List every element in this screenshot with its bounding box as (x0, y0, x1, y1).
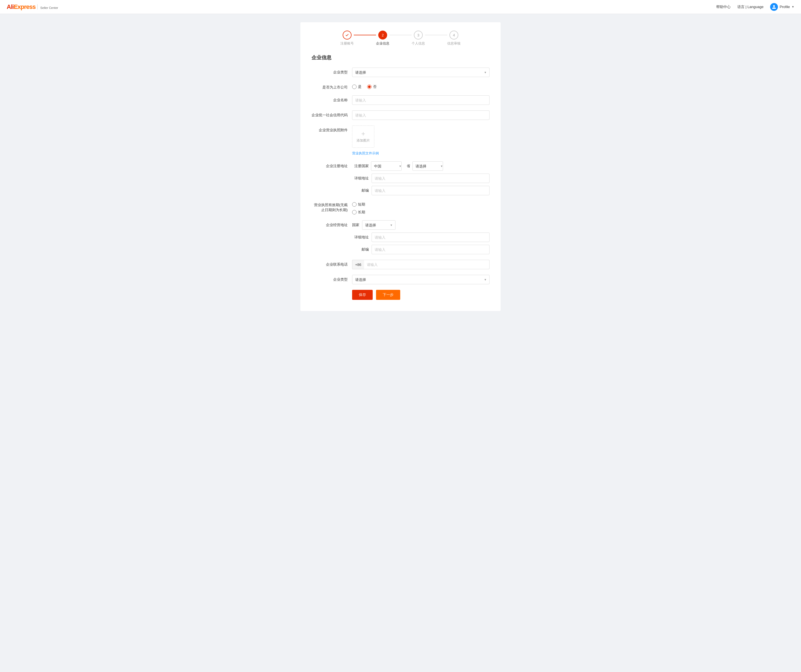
reg-country-select[interactable]: 中国 (371, 161, 402, 171)
header: AliExpress Seller Center 帮助中心 语言 | Langu… (0, 0, 801, 14)
main-content: 注册账号 2 企业信息 3 个人信息 4 信息审核 企业信息 (0, 14, 801, 319)
validity-long-radio[interactable] (352, 210, 357, 214)
profile-chevron-icon: ▼ (791, 5, 794, 8)
biz-country-select[interactable]: 请选择 (362, 220, 396, 230)
step-2: 2 企业信息 (376, 31, 389, 46)
enterprise-type-label: 企业类型 (312, 68, 347, 75)
biz-country-label: 国家 (352, 222, 359, 228)
validity-short-label: 短期 (358, 202, 365, 207)
biz-addr-control: 国家 请选择 ▼ 详细地址 (352, 220, 489, 254)
step-4-label: 信息审核 (447, 41, 461, 46)
reg-province-label: 省 (407, 164, 410, 169)
reg-country-select-wrap: 中国 ▼ (371, 161, 404, 171)
reg-detail-input[interactable] (372, 174, 489, 183)
validity-short-option[interactable]: 短期 (352, 202, 489, 207)
is-listed-label: 是否为上市公司 (312, 83, 347, 90)
license-label: 企业营业执照附件 (312, 125, 347, 133)
biz-country-select-wrap: 请选择 ▼ (362, 220, 396, 230)
enterprise-type-row: 企业类型 请选择 ▼ (312, 68, 489, 77)
stepper: 注册账号 2 企业信息 3 个人信息 4 信息审核 (312, 31, 489, 46)
enterprise-type-control: 请选择 ▼ (352, 68, 489, 77)
enterprise-type-select-wrap: 请选择 ▼ (352, 68, 489, 77)
step-line-1 (354, 35, 376, 35)
profile-label: Profile (780, 5, 790, 9)
is-listed-no-radio[interactable] (367, 85, 372, 89)
step-3: 3 个人信息 (412, 31, 425, 46)
step-2-label: 企业信息 (376, 41, 389, 46)
validity-long-label: 长期 (358, 210, 365, 215)
credit-code-row: 企业统一社会信用代码 (312, 111, 489, 120)
profile-menu[interactable]: Profile ▼ (770, 3, 794, 11)
biz-addr-label: 企业经营地址 (312, 220, 347, 228)
company-name-input[interactable] (352, 95, 489, 105)
biz-detail-label: 详细地址 (352, 235, 369, 240)
is-listed-yes-option[interactable]: 是 (352, 84, 362, 89)
step-1-label: 注册账号 (340, 41, 354, 46)
biz-detail-input[interactable] (372, 233, 489, 242)
phone-control: +86 (352, 260, 489, 269)
company-name-row: 企业名称 (312, 95, 489, 105)
reg-country-label: 注册国家 (352, 164, 369, 169)
profile-avatar (770, 3, 778, 11)
biz-country-row: 国家 请选择 ▼ (352, 220, 489, 230)
phone-input[interactable] (364, 260, 489, 269)
step-1: 注册账号 (340, 31, 354, 46)
reg-addr-row: 企业注册地址 注册国家 中国 ▼ 省 (312, 161, 489, 195)
reg-detail-row: 详细地址 (352, 174, 489, 183)
reg-province-select-wrap: 请选择 ▼ (412, 161, 446, 171)
reg-country-province-row: 注册国家 中国 ▼ 省 请选择 ▼ (352, 161, 489, 171)
step-2-circle: 2 (378, 31, 387, 40)
credit-code-input[interactable] (352, 111, 489, 120)
biz-addr-rows: 国家 请选择 ▼ 详细地址 (352, 220, 489, 254)
biz-zip-input[interactable] (372, 245, 489, 254)
step-3-label: 个人信息 (412, 41, 425, 46)
company-name-label: 企业名称 (312, 95, 347, 103)
step-line-2 (389, 35, 412, 35)
reg-zip-input[interactable] (372, 186, 489, 195)
is-listed-control: 是 否 (352, 83, 489, 89)
logo-seller-center: Seller Center (40, 6, 58, 10)
biz-type-label: 企业类型 (312, 275, 347, 282)
phone-label: 企业联系电话 (312, 260, 347, 267)
reg-zip-label: 邮编 (352, 188, 369, 193)
is-listed-row: 是否为上市公司 是 否 (312, 83, 489, 90)
biz-type-row: 企业类型 请选择 ▼ (312, 275, 489, 284)
help-center-link[interactable]: 帮助中心 (716, 5, 731, 10)
is-listed-yes-radio[interactable] (352, 85, 357, 89)
header-nav: 帮助中心 语言 | Language Profile ▼ (716, 3, 794, 11)
reg-addr-label: 企业注册地址 (312, 161, 347, 169)
license-example-link[interactable]: 营业执照文件示例 (352, 151, 489, 156)
form-container: 注册账号 2 企业信息 3 个人信息 4 信息审核 企业信息 (301, 22, 500, 311)
logo: AliExpress Seller Center (7, 3, 58, 11)
upload-box[interactable]: + 添加图片 (352, 125, 374, 148)
save-button[interactable]: 保存 (352, 290, 373, 300)
form-buttons: 保存 下一步 (352, 290, 489, 300)
biz-type-select[interactable]: 请选择 (352, 275, 489, 284)
next-button[interactable]: 下一步 (376, 290, 400, 300)
language-link[interactable]: 语言 | Language (737, 5, 764, 10)
step-3-circle: 3 (414, 31, 423, 40)
validity-long-option[interactable]: 长期 (352, 210, 489, 215)
is-listed-no-option[interactable]: 否 (367, 84, 376, 89)
biz-addr-row: 企业经营地址 国家 请选择 ▼ 详细地 (312, 220, 489, 254)
logo-aliexpress: AliExpress (7, 3, 35, 11)
credit-code-label: 企业统一社会信用代码 (312, 111, 347, 117)
reg-province-select[interactable]: 请选择 (412, 161, 443, 171)
validity-options: 短期 长期 (352, 201, 489, 215)
phone-row: 企业联系电话 +86 (312, 260, 489, 269)
biz-detail-row: 详细地址 (352, 233, 489, 242)
reg-detail-label: 详细地址 (352, 176, 369, 181)
is-listed-radio-group: 是 否 (352, 83, 489, 89)
reg-addr-control: 注册国家 中国 ▼ 省 请选择 ▼ (352, 161, 489, 195)
biz-zip-label: 邮编 (352, 247, 369, 252)
step-4: 4 信息审核 (447, 31, 461, 46)
reg-addr-rows: 注册国家 中国 ▼ 省 请选择 ▼ (352, 161, 489, 195)
license-row: 企业营业执照附件 + 添加图片 营业执照文件示例 (312, 125, 489, 156)
biz-type-select-wrap: 请选择 ▼ (352, 275, 489, 284)
enterprise-type-select[interactable]: 请选择 (352, 68, 489, 77)
step-1-circle (343, 31, 352, 40)
validity-short-radio[interactable] (352, 202, 357, 207)
reg-zip-row: 邮编 (352, 186, 489, 195)
phone-wrap: +86 (352, 260, 489, 269)
form-title: 企业信息 (312, 54, 489, 61)
